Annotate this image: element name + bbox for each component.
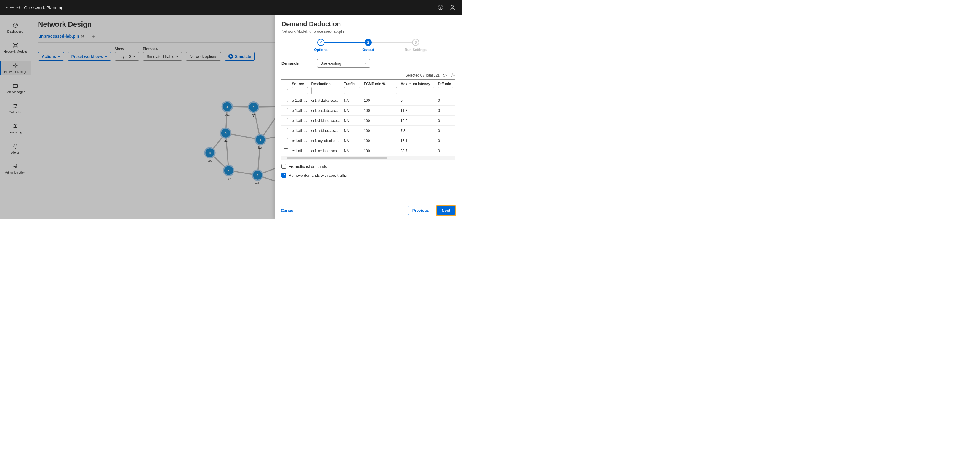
fix-multicast-checkbox[interactable] [282, 164, 286, 169]
cell-latency: 0 [399, 96, 436, 105]
cell-diff: 0 [436, 96, 455, 105]
cell-destination: er1.hst.lab.cisco.… [310, 126, 342, 136]
cell-latency: 30.7 [399, 146, 436, 156]
filter-traffic[interactable] [344, 87, 361, 94]
app-title: Crosswork Planning [24, 5, 64, 10]
filter-latency[interactable] [401, 87, 434, 94]
cell-source: er1.atl.l… [290, 136, 309, 146]
chevron-down-icon [365, 62, 367, 64]
step-2-active[interactable]: 2 [365, 39, 372, 46]
cell-diff: 0 [436, 105, 455, 116]
modal-subtitle: Network Model: unprocessed-lab.pln [282, 29, 455, 34]
demands-label: Demands [282, 61, 305, 66]
step-3-pending[interactable]: 3 [412, 39, 419, 46]
cell-source: er1.atl.l… [290, 126, 309, 136]
col-diff-min: Diff min [438, 82, 451, 86]
cell-ecmp: 100 [362, 146, 399, 156]
cell-latency: 16.1 [399, 136, 436, 146]
col-max-latency: Maximum latency [401, 82, 430, 86]
row-checkbox[interactable] [284, 128, 288, 132]
table-row[interactable]: er1.atl.l…er1.bos.lab.cisco.…NA10011.30 [282, 105, 455, 116]
cell-source: er1.atl.l… [290, 105, 309, 116]
cell-destination: er1.lax.lab.cisco.… [310, 146, 342, 156]
stepper: Options 2 Output 3 Run Settings [282, 39, 455, 52]
cisco-logo: ı|ıı|ııı|ıı|ıı [6, 6, 21, 9]
user-icon[interactable] [449, 4, 456, 11]
step-1-label: Options [314, 48, 327, 52]
cell-traffic: NA [342, 126, 362, 136]
row-checkbox[interactable] [284, 108, 288, 112]
row-checkbox[interactable] [284, 148, 288, 152]
selection-count: Selected 0 / Total 121 [406, 73, 440, 77]
filter-destination[interactable] [311, 87, 340, 94]
refresh-icon[interactable] [442, 73, 447, 78]
row-checkbox[interactable] [284, 98, 288, 102]
cell-ecmp: 100 [362, 136, 399, 146]
demand-deduction-panel: Demand Deduction Network Model: unproces… [275, 15, 461, 219]
fix-multicast-label: Fix multicast demands [288, 164, 327, 169]
filter-ecmp[interactable] [364, 87, 397, 94]
cell-latency: 16.6 [399, 116, 436, 126]
modal-footer: Cancel Previous Next [275, 201, 461, 219]
app-header: ı|ıı|ııı|ıı|ıı Crosswork Planning [0, 0, 461, 15]
svg-point-85 [452, 75, 453, 76]
remove-zero-traffic-label: Remove demands with zero traffic [288, 173, 347, 177]
select-all-checkbox[interactable] [284, 86, 288, 90]
horizontal-scrollbar[interactable] [282, 156, 455, 160]
gear-icon[interactable] [450, 73, 455, 78]
step-3-label: Run Settings [405, 48, 426, 52]
cell-traffic: NA [342, 96, 362, 105]
step-2-label: Output [362, 48, 374, 52]
cell-destination: er1.bos.lab.cisco.… [310, 105, 342, 116]
table-row[interactable]: er1.atl.l…er1.atl.lab.cisco.…NA10000 [282, 96, 455, 105]
help-icon[interactable] [437, 4, 444, 11]
cell-diff: 0 [436, 116, 455, 126]
col-source: Source [292, 82, 304, 86]
modal-title: Demand Deduction [282, 20, 455, 28]
cell-latency: 11.3 [399, 105, 436, 116]
next-button[interactable]: Next [436, 206, 456, 215]
cell-destination: er1.atl.lab.cisco.… [310, 96, 342, 105]
row-checkbox[interactable] [284, 138, 288, 142]
table-row[interactable]: er1.atl.l…er1.hst.lab.cisco.…NA1007.30 [282, 126, 455, 136]
col-traffic: Traffic [344, 82, 355, 86]
filter-source[interactable] [292, 87, 307, 94]
cell-destination: er1.kcy.lab.cisco.… [310, 136, 342, 146]
cell-ecmp: 100 [362, 96, 399, 105]
filter-diff[interactable] [438, 87, 453, 94]
cell-traffic: NA [342, 105, 362, 116]
cell-traffic: NA [342, 146, 362, 156]
previous-button[interactable]: Previous [408, 206, 433, 215]
cell-traffic: NA [342, 136, 362, 146]
cell-source: er1.atl.l… [290, 96, 309, 105]
cell-source: er1.atl.l… [290, 146, 309, 156]
cell-diff: 0 [436, 146, 455, 156]
cell-diff: 0 [436, 126, 455, 136]
demands-select[interactable]: Use existing [317, 59, 370, 68]
cell-destination: er1.chi.lab.cisco.… [310, 116, 342, 126]
svg-point-2 [451, 5, 453, 7]
row-checkbox[interactable] [284, 118, 288, 122]
cell-source: er1.atl.l… [290, 116, 309, 126]
cell-diff: 0 [436, 136, 455, 146]
step-1-done[interactable] [317, 39, 325, 46]
col-destination: Destination [311, 82, 331, 86]
col-ecmp: ECMP min % [364, 82, 385, 86]
cell-ecmp: 100 [362, 116, 399, 126]
table-row[interactable]: er1.atl.l…er1.kcy.lab.cisco.…NA10016.10 [282, 136, 455, 146]
table-row[interactable]: er1.atl.l…er1.chi.lab.cisco.…NA10016.60 [282, 116, 455, 126]
table-row[interactable]: er1.atl.l…er1.lax.lab.cisco.…NA10030.70 [282, 146, 455, 156]
cell-traffic: NA [342, 116, 362, 126]
demands-table: Source Destination Traffic ECMP min % Ma… [282, 80, 455, 160]
cell-ecmp: 100 [362, 126, 399, 136]
cell-ecmp: 100 [362, 105, 399, 116]
cell-latency: 7.3 [399, 126, 436, 136]
remove-zero-traffic-checkbox[interactable]: ✓ [282, 173, 286, 177]
cancel-button[interactable]: Cancel [281, 208, 294, 213]
